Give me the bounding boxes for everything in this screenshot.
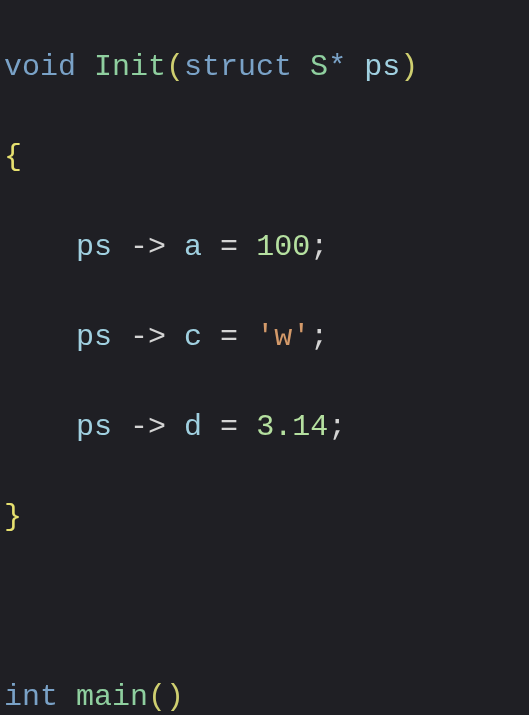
code-line-4: ps -> c = 'w'; bbox=[4, 315, 525, 360]
keyword-int: int bbox=[4, 680, 58, 714]
paren-open: ( bbox=[148, 680, 166, 714]
star-op: * bbox=[328, 50, 346, 84]
member: a bbox=[184, 230, 202, 264]
equals-op: = bbox=[220, 410, 238, 444]
member: c bbox=[184, 320, 202, 354]
function-name: Init bbox=[94, 50, 166, 84]
arrow-op: -> bbox=[130, 320, 166, 354]
space bbox=[112, 230, 130, 264]
semicolon: ; bbox=[310, 230, 328, 264]
space bbox=[76, 50, 94, 84]
equals-op: = bbox=[220, 320, 238, 354]
space bbox=[346, 50, 364, 84]
space bbox=[166, 320, 184, 354]
variable: ps bbox=[76, 410, 112, 444]
blank bbox=[4, 590, 22, 624]
arrow-op: -> bbox=[130, 410, 166, 444]
number-literal: 3.14 bbox=[256, 410, 328, 444]
indent bbox=[4, 230, 76, 264]
variable: ps bbox=[76, 320, 112, 354]
function-name: main bbox=[76, 680, 148, 714]
indent bbox=[4, 410, 76, 444]
keyword-struct: struct bbox=[184, 50, 292, 84]
paren-close: ) bbox=[166, 680, 184, 714]
indent bbox=[4, 320, 76, 354]
space bbox=[202, 320, 220, 354]
paren-close: ) bbox=[400, 50, 418, 84]
code-line-3: ps -> a = 100; bbox=[4, 225, 525, 270]
semicolon: ; bbox=[310, 320, 328, 354]
keyword-void: void bbox=[4, 50, 76, 84]
space bbox=[292, 50, 310, 84]
space bbox=[238, 230, 256, 264]
equals-op: = bbox=[220, 230, 238, 264]
code-line-6: } bbox=[4, 495, 525, 540]
space bbox=[166, 230, 184, 264]
space bbox=[58, 680, 76, 714]
space bbox=[238, 410, 256, 444]
code-line-8: int main() bbox=[4, 675, 525, 715]
char-literal: 'w' bbox=[256, 320, 310, 354]
code-line-5: ps -> d = 3.14; bbox=[4, 405, 525, 450]
variable: ps bbox=[76, 230, 112, 264]
space bbox=[202, 410, 220, 444]
space bbox=[112, 320, 130, 354]
number-literal: 100 bbox=[256, 230, 310, 264]
arrow-op: -> bbox=[130, 230, 166, 264]
member: d bbox=[184, 410, 202, 444]
type-name: S bbox=[310, 50, 328, 84]
space bbox=[112, 410, 130, 444]
code-block: void Init(struct S* ps) { ps -> a = 100;… bbox=[0, 0, 529, 715]
space bbox=[166, 410, 184, 444]
brace-open: { bbox=[4, 140, 22, 174]
space bbox=[202, 230, 220, 264]
paren-open: ( bbox=[166, 50, 184, 84]
space bbox=[238, 320, 256, 354]
semicolon: ; bbox=[328, 410, 346, 444]
brace-close: } bbox=[4, 500, 22, 534]
code-line-blank bbox=[4, 585, 525, 630]
code-line-1: void Init(struct S* ps) bbox=[4, 45, 525, 90]
code-line-2: { bbox=[4, 135, 525, 180]
param-name: ps bbox=[364, 50, 400, 84]
